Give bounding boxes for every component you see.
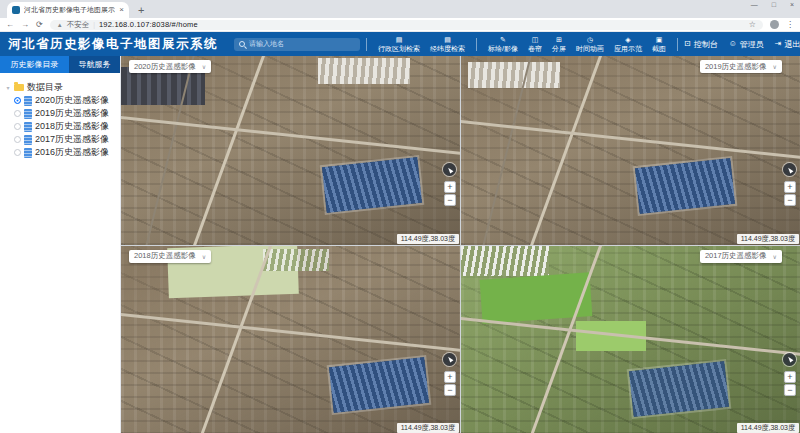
tab-close-icon[interactable]: × <box>119 6 124 14</box>
year-layer-dropdown[interactable]: 2019历史遥感影像 ∨ <box>700 60 782 73</box>
coordinate-readout: 114.49度,38.03度 <box>397 234 459 244</box>
window-minimize-button[interactable]: — <box>751 1 758 8</box>
chevron-down-icon: ∨ <box>202 63 206 70</box>
collapse-caret-icon[interactable]: ▾ <box>5 84 11 91</box>
admin-user-button[interactable]: ☺ 管理员 <box>729 39 764 50</box>
layer-item-2020[interactable]: 2020历史遥感影像 <box>5 94 115 107</box>
plot-imagery-button[interactable]: ✎ 标绘/影像 <box>483 36 523 52</box>
map-canvas[interactable] <box>461 246 800 433</box>
map-imagery <box>329 357 429 413</box>
chevron-down-icon: ∨ <box>773 63 777 70</box>
map-imagery <box>322 157 422 213</box>
imagery-file-icon <box>24 122 32 132</box>
layer-item-2018[interactable]: 2018历史遥感影像 <box>5 120 115 133</box>
zoom-in-button[interactable]: + <box>784 181 796 193</box>
window-close-button[interactable]: × <box>790 1 794 8</box>
console-icon: ⊡ <box>684 40 691 48</box>
tree-root-row[interactable]: ▾ 数据目录 <box>5 81 115 94</box>
zoom-in-button[interactable]: + <box>444 181 456 193</box>
plot-icon: ✎ <box>500 36 506 44</box>
map-panel-2017: 2017历史遥感影像 ∨ + − 114.49度,38.03度 <box>461 246 800 433</box>
search-placeholder: 请输入地名 <box>249 39 284 49</box>
imagery-file-icon <box>24 148 32 158</box>
year-layer-dropdown[interactable]: 2018历史遥感影像 ∨ <box>129 250 211 263</box>
tab-title: 河北省历史影像电子地图展示系... <box>24 5 115 15</box>
zoom-out-button[interactable]: − <box>784 384 796 396</box>
omnibox-divider: | <box>93 21 95 28</box>
layer-tree: ▾ 数据目录 2020历史遥感影像 2019历史遥感影像 <box>0 73 120 167</box>
layer-radio[interactable] <box>14 149 21 156</box>
map-split-grid: 2020历史遥感影像 ∨ + − 114.49度,38.03度 <box>121 56 800 433</box>
latlon-search-button[interactable]: ▤ 经纬度检索 <box>425 36 470 52</box>
imagery-file-icon <box>24 109 32 119</box>
main-content: 历史影像目录 导航服务 ▾ 数据目录 2020历史遥感影像 2019历史遥感 <box>0 56 800 433</box>
map-imagery <box>628 361 728 417</box>
zoom-out-button[interactable]: − <box>784 194 796 206</box>
layer-radio[interactable] <box>14 110 21 117</box>
admin-region-search-button[interactable]: ▤ 行政区划检索 <box>373 36 425 52</box>
back-icon[interactable]: ← <box>6 21 14 29</box>
logout-button[interactable]: ⇥ 退出 <box>775 39 800 50</box>
layer-item-2019[interactable]: 2019历史遥感影像 <box>5 107 115 120</box>
zoom-controls: + − <box>444 371 456 396</box>
map-panel-2020: 2020历史遥感影像 ∨ + − 114.49度,38.03度 <box>121 56 460 245</box>
user-icon: ☺ <box>729 40 737 48</box>
browser-menu-icon[interactable]: ⋮ <box>786 21 794 29</box>
zoom-in-button[interactable]: + <box>444 371 456 383</box>
compass-needle-icon <box>446 166 453 173</box>
compass-needle-icon <box>786 355 793 362</box>
chevron-down-icon: ∨ <box>773 253 777 260</box>
site-favicon-icon <box>12 6 20 14</box>
browser-tab[interactable]: 河北省历史影像电子地图展示系... × <box>7 2 129 18</box>
compass-control[interactable] <box>443 353 456 366</box>
map-imagery <box>263 249 329 271</box>
window-maximize-button[interactable]: □ <box>772 1 776 8</box>
coordinate-readout: 114.49度,38.03度 <box>397 423 459 433</box>
layer-radio[interactable] <box>14 123 21 130</box>
screenshot-icon: ▣ <box>656 36 663 44</box>
new-tab-button[interactable]: + <box>138 3 144 18</box>
compass-needle-icon <box>446 355 453 362</box>
map-canvas[interactable] <box>461 56 800 245</box>
app-demo-button[interactable]: ◈ 应用示范 <box>609 36 647 52</box>
year-layer-dropdown[interactable]: 2020历史遥感影像 ∨ <box>129 60 211 73</box>
toolbar: ▤ 行政区划检索 ▤ 经纬度检索 ✎ 标绘/影像 ◫ 卷帘 ⊞ 分屏 ◷ <box>373 36 684 52</box>
tab-navigation-service[interactable]: 导航服务 <box>69 56 120 73</box>
forward-icon[interactable]: → <box>21 21 29 29</box>
zoom-out-button[interactable]: − <box>444 194 456 206</box>
layer-item-2017[interactable]: 2017历史遥感影像 <box>5 133 115 146</box>
zoom-in-button[interactable]: + <box>784 371 796 383</box>
url-omnibox[interactable]: ▲ 不安全 | 192.168.0.107:8038/#/home ☆ <box>50 20 763 30</box>
profile-avatar[interactable] <box>770 20 779 29</box>
tree-root-label: 数据目录 <box>27 81 63 94</box>
imagery-file-icon <box>24 135 32 145</box>
sidebar: 历史影像目录 导航服务 ▾ 数据目录 2020历史遥感影像 2019历史遥感 <box>0 56 121 433</box>
zoom-controls: + − <box>784 181 796 206</box>
console-button[interactable]: ⊡ 控制台 <box>684 39 718 50</box>
screenshot-button[interactable]: ▣ 截图 <box>647 36 671 52</box>
layer-item-2016[interactable]: 2016历史遥感影像 <box>5 146 115 159</box>
toolbar-divider <box>677 38 678 51</box>
url-text: 192.168.0.107:8038/#/home <box>99 20 198 29</box>
place-search-input[interactable]: 请输入地名 <box>234 38 360 51</box>
coordinate-readout: 114.49度,38.03度 <box>737 423 799 433</box>
compass-control[interactable] <box>443 163 456 176</box>
swipe-button[interactable]: ◫ 卷帘 <box>523 36 547 52</box>
time-animation-button[interactable]: ◷ 时间动画 <box>571 36 609 52</box>
year-layer-dropdown[interactable]: 2017历史遥感影像 ∨ <box>700 250 782 263</box>
compass-control[interactable] <box>783 163 796 176</box>
bookmark-star-icon[interactable]: ☆ <box>749 20 756 29</box>
layer-radio[interactable] <box>14 97 21 104</box>
zoom-out-button[interactable]: − <box>444 384 456 396</box>
app-demo-icon: ◈ <box>625 36 630 44</box>
layer-radio[interactable] <box>14 136 21 143</box>
browser-window: 河北省历史影像电子地图展示系... × + — □ × ← → ⟳ ▲ 不安全 … <box>0 0 800 433</box>
reload-icon[interactable]: ⟳ <box>36 21 43 29</box>
swipe-icon: ◫ <box>532 36 539 44</box>
split-screen-button[interactable]: ⊞ 分屏 <box>547 36 571 52</box>
map-canvas[interactable] <box>121 56 460 245</box>
tab-history-image-catalog[interactable]: 历史影像目录 <box>0 56 69 73</box>
app-title: 河北省历史影像电子地图展示系统 <box>8 36 218 53</box>
map-canvas[interactable] <box>121 246 460 433</box>
compass-control[interactable] <box>783 353 796 366</box>
